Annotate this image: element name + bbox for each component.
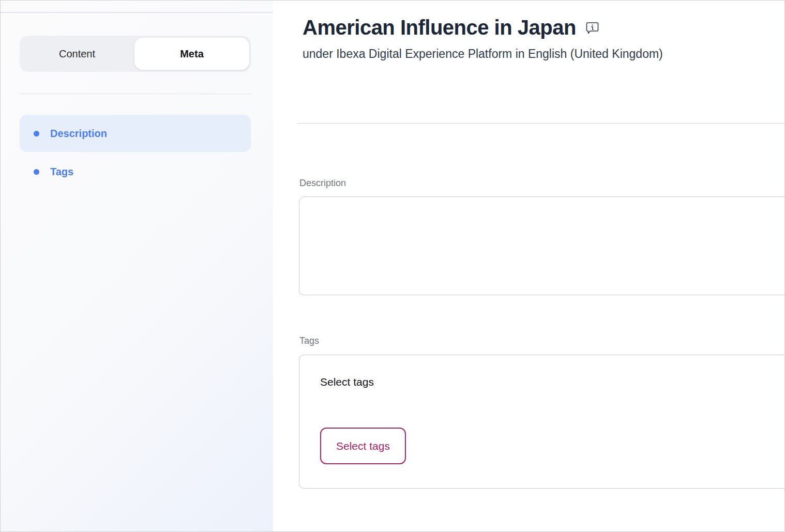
main-divider (297, 123, 784, 124)
page-title: American Influence in Japan (303, 16, 576, 39)
sidebar-divider (20, 94, 251, 94)
tab-meta[interactable]: Meta (134, 38, 249, 70)
select-tags-button[interactable]: Select tags (320, 428, 406, 464)
tags-box-label: Select tags (320, 376, 784, 388)
sidebar-item-label: Description (50, 128, 107, 140)
tab-content-label: Content (59, 48, 95, 60)
sidebar-item-tags[interactable]: Tags (20, 153, 251, 190)
content-meta-switcher: Content Meta (20, 36, 251, 72)
bullet-icon (34, 131, 39, 136)
sidebar-body: Content Meta Description Tags (1, 13, 273, 190)
info-bubble-icon[interactable] (585, 21, 599, 37)
tab-meta-label: Meta (180, 48, 204, 60)
sidebar-topbar (1, 1, 273, 13)
bullet-icon (34, 169, 39, 175)
content-edit-screen: Content Meta Description Tags American I… (0, 0, 785, 532)
description-field-label: Description (299, 178, 784, 189)
tab-content[interactable]: Content (20, 36, 134, 72)
page-subtitle: under Ibexa Digital Experience Platform … (303, 47, 784, 61)
description-textarea[interactable] (299, 196, 784, 295)
sidebar-item-description[interactable]: Description (20, 115, 251, 152)
title-row: American Influence in Japan (303, 16, 784, 39)
sidebar-item-label: Tags (50, 166, 73, 178)
main-content: American Influence in Japan under Ibexa … (273, 1, 784, 531)
tags-field-box: Select tags Select tags (299, 355, 784, 489)
sidebar: Content Meta Description Tags (1, 1, 273, 531)
tags-field-label: Tags (299, 336, 784, 346)
